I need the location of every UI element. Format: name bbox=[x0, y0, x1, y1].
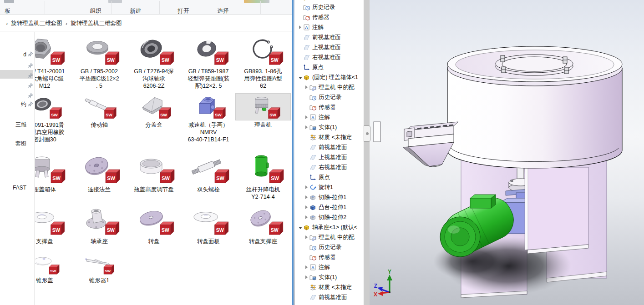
tree-item[interactable]: A注解 bbox=[295, 262, 363, 272]
tree-item[interactable]: 传感器 bbox=[295, 102, 363, 112]
breadcrumb-item[interactable]: 旋转理盖机三维套图 bbox=[71, 20, 122, 27]
file-item-supportdisc[interactable]: SW支撑盘 bbox=[35, 205, 72, 245]
file-item-wedge[interactable]: SW分盖盒 bbox=[127, 94, 181, 129]
tree-scrollbar[interactable] bbox=[364, 0, 370, 305]
breadcrumb-item[interactable]: 旋转理盖机三维套图 bbox=[11, 20, 62, 27]
tree-expand-arrow-icon[interactable] bbox=[304, 205, 309, 209]
adjustring-thumbnail-icon: SW bbox=[127, 153, 181, 185]
tree-item-label: 历史记录 bbox=[319, 94, 341, 101]
tree-item[interactable]: 前视基准面 bbox=[295, 142, 363, 152]
nav-item[interactable]: 三维 bbox=[0, 120, 34, 129]
tree-item[interactable]: 轴承座<1> (默认< bbox=[295, 222, 363, 232]
tree-expand-arrow-icon[interactable] bbox=[304, 115, 309, 119]
svg-text:SW: SW bbox=[107, 57, 115, 63]
file-item-capper[interactable]: SW理盖机 bbox=[236, 94, 290, 129]
tree-item[interactable]: 原点 bbox=[295, 172, 363, 182]
tree-expand-arrow-icon[interactable] bbox=[304, 85, 309, 89]
nav-item[interactable]: 套图 bbox=[0, 139, 34, 148]
file-item-shaft[interactable]: SW传动轴 bbox=[72, 94, 127, 129]
tree-item[interactable]: 历史记录 bbox=[295, 92, 363, 102]
file-item-label: GB / T276-94深沟球轴承6206-2Z bbox=[127, 68, 181, 90]
tree-item[interactable]: 上视基准面 bbox=[295, 152, 363, 162]
featuremanager-tree: 历史记录传感器A注解前视基准面上视基准面右视基准面原点(固定) 理盖箱体<1理盖… bbox=[295, 0, 370, 305]
tree-item-label: 材质 <未指定 bbox=[319, 134, 352, 141]
svg-text:A: A bbox=[311, 265, 314, 270]
tree-item[interactable]: 凸台-拉伸1 bbox=[295, 202, 363, 212]
file-item-turnsupport[interactable]: SW转盘支撑座 bbox=[236, 205, 290, 245]
file-item-bearingseat[interactable]: SW轴承座 bbox=[72, 205, 127, 245]
pin-icon bbox=[28, 83, 34, 89]
ribbon-separator bbox=[260, 1, 261, 14]
pin-icon bbox=[28, 51, 34, 57]
tree-item[interactable]: 前视基准面 bbox=[295, 292, 363, 302]
file-item-reducer[interactable]: SW减速机（手画）NMRV63-40-71B14-F1 bbox=[181, 94, 236, 143]
tree-expand-arrow-icon[interactable] bbox=[298, 226, 303, 229]
tree-item[interactable]: 传感器 bbox=[295, 12, 363, 22]
svg-text:SW: SW bbox=[216, 175, 224, 181]
tree-item-label: 历史记录 bbox=[319, 244, 341, 251]
seal-thumbnail-icon: SW bbox=[35, 94, 72, 120]
nav-item[interactable] bbox=[0, 71, 34, 80]
tree-item[interactable]: 材质 <未指定 bbox=[295, 132, 363, 142]
tree-item[interactable]: A注解 bbox=[295, 112, 363, 122]
tree-item-label: 前视基准面 bbox=[319, 144, 347, 151]
tree-expand-arrow-icon[interactable] bbox=[304, 185, 309, 189]
tree-expand-arrow-icon[interactable] bbox=[304, 265, 309, 269]
tree-item[interactable]: 切除-拉伸1 bbox=[295, 192, 363, 202]
tree-expand-arrow-icon[interactable] bbox=[304, 235, 309, 239]
tree-expand-arrow-icon[interactable] bbox=[304, 215, 309, 219]
nav-item[interactable]: 约 bbox=[0, 100, 34, 109]
file-item-circlip[interactable]: SWGB893. 1-86孔用弹性挡圈A型62 bbox=[236, 35, 290, 90]
tree-item[interactable]: 旋转1 bbox=[295, 182, 363, 192]
tree-item[interactable]: 理盖机 中的配 bbox=[295, 82, 363, 92]
file-item-nut[interactable]: SWGB / T41-20001型六角螺母C级M12 bbox=[35, 35, 72, 90]
nav-item[interactable] bbox=[0, 61, 34, 70]
tree-item[interactable]: 历史记录 bbox=[295, 242, 363, 252]
tree-item[interactable]: 切除-拉伸2 bbox=[295, 212, 363, 222]
nav-item[interactable] bbox=[0, 81, 34, 90]
file-item-washer[interactable]: SWGB / T95-2002平垫圈C级12×2. 5 bbox=[72, 35, 127, 90]
tree-item[interactable]: 实体(1) bbox=[295, 122, 363, 132]
file-item-seal[interactable]: SWJB1091-1991骨架型真空用橡胶密封圈30 bbox=[35, 94, 72, 143]
file-item-cone[interactable]: SW锥形盖 bbox=[35, 253, 72, 284]
file-item-liftmotor[interactable]: SW丝杆升降电机Y2-714-4 bbox=[236, 153, 290, 200]
breadcrumb: ›旋转理盖机三维套图›旋转理盖机三维套图 bbox=[0, 15, 292, 31]
tree-item[interactable]: (固定) 理盖箱体<1 bbox=[295, 72, 363, 82]
file-item-turntable[interactable]: SW转盘 bbox=[127, 205, 181, 245]
tree-item[interactable]: 理盖机 中的配 bbox=[295, 232, 363, 242]
tree-item[interactable]: 前视基准面 bbox=[295, 32, 363, 42]
tree-item[interactable]: 传感器 bbox=[295, 252, 363, 262]
housing-thumbnail-icon: SW bbox=[35, 153, 72, 185]
tree-item[interactable]: 右视基准面 bbox=[295, 52, 363, 62]
tree-expand-arrow-icon[interactable] bbox=[304, 195, 309, 199]
tree-item[interactable]: 历史记录 bbox=[295, 2, 363, 12]
file-item-flange[interactable]: SW连接法兰 bbox=[72, 153, 127, 193]
file-item-stud[interactable]: SW双头螺栓 bbox=[181, 153, 236, 193]
tree-item[interactable]: 材质 <未指定 bbox=[295, 282, 363, 292]
file-item-conedev[interactable]: SW锥形器1 bbox=[72, 253, 127, 284]
nav-item[interactable]: FAST bbox=[0, 183, 34, 192]
tree-item[interactable]: 原点 bbox=[295, 62, 363, 72]
file-item-springwasher[interactable]: SWGB / T859-1987轻型弹簧垫圈(装配)12×2. 5 bbox=[181, 35, 236, 90]
file-item-bearing[interactable]: SWGB / T276-94深沟球轴承6206-2Z bbox=[127, 35, 181, 90]
tree-item[interactable]: 右视基准面 bbox=[295, 162, 363, 172]
nav-item[interactable] bbox=[0, 91, 34, 100]
tree-item[interactable]: A注解 bbox=[295, 22, 363, 32]
file-item-housing[interactable]: SW理盖箱体 bbox=[35, 153, 72, 193]
file-item-label: 连接法兰 bbox=[72, 186, 127, 193]
tree-item[interactable]: 实体(1) bbox=[295, 272, 363, 282]
tree-expand-arrow-icon[interactable] bbox=[298, 76, 303, 79]
springwasher-thumbnail-icon: SW bbox=[181, 35, 236, 66]
wedge-thumbnail-icon: SW bbox=[127, 94, 181, 120]
tree-panel-splitter-handle[interactable] bbox=[364, 125, 370, 142]
svg-text:SW: SW bbox=[162, 175, 170, 181]
file-item-turnpanel[interactable]: SW转盘面板 bbox=[181, 205, 236, 245]
nav-item[interactable]: d bbox=[0, 50, 34, 59]
triad-x-label: X bbox=[374, 291, 377, 298]
file-item-label: 转盘支撑座 bbox=[236, 238, 290, 245]
tree-expand-arrow-icon[interactable] bbox=[298, 25, 303, 29]
file-item-adjustring[interactable]: SW瓶盖高度调节盘 bbox=[127, 153, 181, 193]
tree-item[interactable]: 上视基准面 bbox=[295, 42, 363, 52]
tree-expand-arrow-icon[interactable] bbox=[304, 275, 309, 279]
tree-expand-arrow-icon[interactable] bbox=[304, 125, 309, 129]
